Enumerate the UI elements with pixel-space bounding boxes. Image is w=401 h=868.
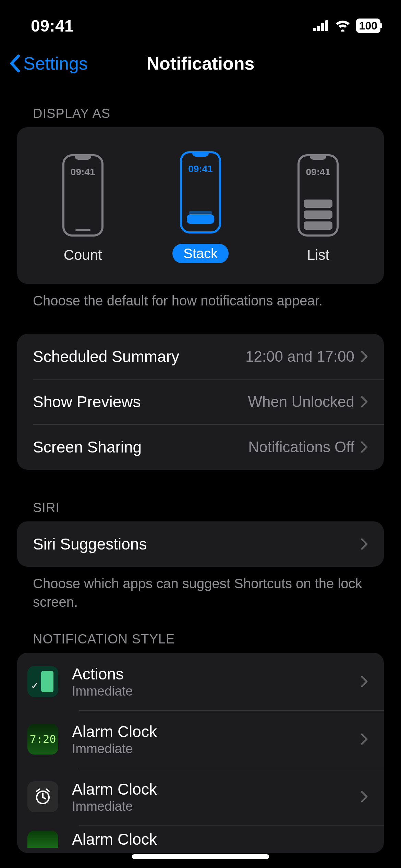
row-show-previews[interactable]: Show Previews When Unlocked: [17, 379, 384, 424]
display-option-list[interactable]: 09:41 List: [260, 154, 376, 263]
display-option-label: Count: [64, 247, 102, 263]
svg-rect-2: [321, 23, 324, 31]
section-footer-siri: Choose which apps can suggest Shortcuts …: [17, 567, 384, 611]
chevron-left-icon: [9, 55, 21, 72]
app-subtitle: Immediate: [72, 684, 133, 699]
row-screen-sharing[interactable]: Screen Sharing Notifications Off: [17, 424, 384, 470]
section-footer-display-as: Choose the default for how notifications…: [17, 284, 384, 310]
back-button[interactable]: Settings: [0, 53, 88, 74]
svg-rect-0: [313, 28, 316, 31]
app-subtitle: Immediate: [72, 742, 157, 756]
phone-icon-stack: 09:41: [180, 151, 221, 233]
app-icon-alarm-clock: [27, 781, 58, 812]
app-row-alarm-clock-3[interactable]: Alarm Clock: [17, 825, 384, 853]
navigation-bar: Settings Notifications: [0, 41, 401, 86]
page-title: Notifications: [147, 53, 255, 74]
display-option-count[interactable]: 09:41 Count: [25, 154, 141, 263]
chevron-right-icon: [361, 791, 368, 803]
app-row-alarm-clock-2[interactable]: Alarm Clock Immediate: [17, 768, 384, 825]
app-icon-alarm-clock: [27, 831, 58, 848]
siri-group: Siri Suggestions: [17, 521, 384, 567]
chevron-right-icon: [361, 350, 368, 363]
phone-icon-list: 09:41: [297, 154, 339, 237]
app-row-actions[interactable]: Actions Immediate: [17, 653, 384, 710]
section-header-display-as: Display As: [17, 86, 384, 127]
app-name: Alarm Clock: [72, 722, 157, 741]
display-option-label-selected: Stack: [172, 244, 229, 263]
display-option-stack[interactable]: 09:41 Stack: [142, 151, 259, 263]
app-row-alarm-clock-1[interactable]: 7:20 Alarm Clock Immediate: [17, 710, 384, 768]
section-header-notification-style: Notification Style: [17, 611, 384, 653]
back-label: Settings: [23, 53, 88, 74]
row-label: Scheduled Summary: [33, 347, 179, 366]
svg-line-8: [46, 789, 49, 791]
row-label: Siri Suggestions: [33, 535, 147, 553]
battery-indicator: 100: [356, 19, 380, 33]
display-option-label: List: [307, 247, 329, 263]
app-name: Actions: [72, 665, 133, 683]
svg-line-7: [37, 789, 39, 791]
chevron-right-icon: [361, 441, 368, 453]
cellular-icon: [313, 20, 329, 31]
notification-settings-group: Scheduled Summary 12:00 and 17:00 Show P…: [17, 334, 384, 470]
app-subtitle: Immediate: [72, 799, 157, 814]
wifi-icon: [335, 20, 351, 32]
svg-rect-3: [325, 20, 328, 31]
app-icon-actions: [27, 666, 58, 697]
row-value: When Unlocked: [248, 393, 354, 410]
row-value: 12:00 and 17:00: [245, 348, 354, 365]
chevron-right-icon: [361, 396, 368, 408]
row-scheduled-summary[interactable]: Scheduled Summary 12:00 and 17:00: [17, 334, 384, 379]
svg-rect-1: [317, 26, 320, 31]
home-indicator[interactable]: [132, 854, 269, 859]
status-bar: 09:41 100: [0, 0, 401, 41]
section-header-siri: Siri: [17, 470, 384, 521]
app-name: Alarm Clock: [72, 830, 157, 848]
display-as-group: 09:41 Count 09:41 Stack 09:41: [17, 127, 384, 284]
phone-icon-count: 09:41: [62, 154, 104, 237]
row-label: Show Previews: [33, 393, 141, 411]
chevron-right-icon: [361, 733, 368, 745]
status-indicators: 100: [313, 19, 380, 33]
svg-line-6: [43, 797, 46, 799]
app-icon-alarm-clock: 7:20: [27, 724, 58, 755]
chevron-right-icon: [361, 538, 368, 550]
row-siri-suggestions[interactable]: Siri Suggestions: [17, 521, 384, 567]
notification-style-group: Actions Immediate 7:20 Alarm Clock Immed…: [17, 653, 384, 853]
chevron-right-icon: [361, 675, 368, 688]
status-time: 09:41: [31, 16, 74, 35]
row-value: Notifications Off: [248, 438, 354, 456]
app-name: Alarm Clock: [72, 780, 157, 798]
row-label: Screen Sharing: [33, 438, 142, 456]
